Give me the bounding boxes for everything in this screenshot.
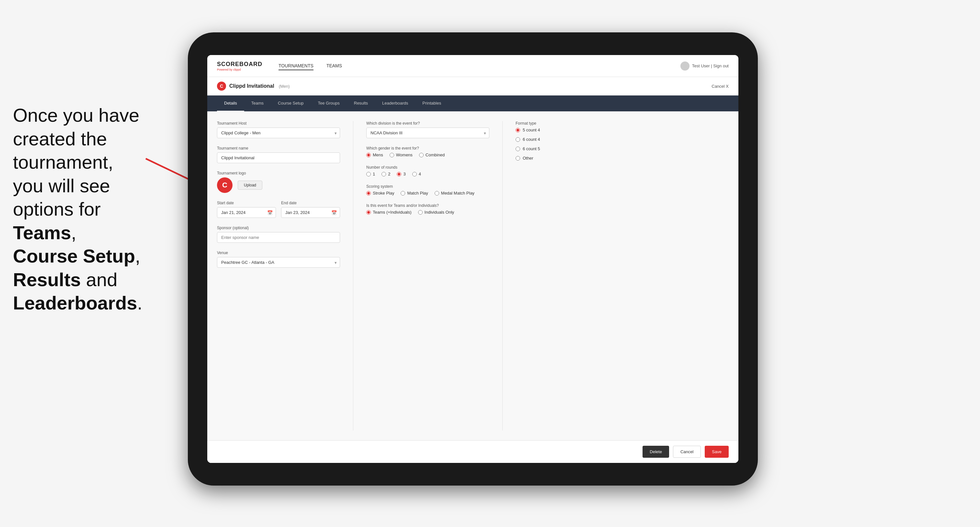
rounds-3-option[interactable]: 3	[397, 171, 406, 176]
upload-button[interactable]: Upload	[238, 181, 262, 190]
gender-womens-radio[interactable]	[390, 153, 394, 157]
individuals-only-radio[interactable]	[418, 210, 423, 214]
scoring-medal-option[interactable]: Medal Match Play	[434, 190, 474, 195]
main-content: Tournament Host Clippd College - Men Tou…	[207, 111, 738, 440]
gender-mens-radio[interactable]	[366, 153, 371, 157]
col-divider-1	[353, 121, 353, 430]
start-date-calendar-icon[interactable]: 📅	[267, 210, 273, 215]
format-label: Format type	[515, 121, 613, 125]
scoring-match-radio[interactable]	[401, 191, 405, 195]
venue-select[interactable]: Peachtree GC - Atlanta - GA	[217, 257, 340, 268]
tournament-name-input[interactable]	[217, 152, 340, 163]
sponsor-input[interactable]	[217, 232, 340, 243]
logo-text: SCOREBOARD	[217, 61, 262, 68]
gender-label: Which gender is the event for?	[366, 146, 489, 151]
format-6count4-option[interactable]: 6 count 4	[515, 137, 613, 142]
gender-combined-option[interactable]: Combined	[419, 152, 445, 157]
scoring-stroke-label: Stroke Play	[373, 190, 394, 195]
division-label: Which division is the event for?	[366, 121, 489, 125]
scoring-stroke-radio[interactable]	[366, 191, 371, 195]
logo-area: SCOREBOARD Powered by clippd	[217, 61, 262, 71]
nav-right: Test User | Sign out	[681, 62, 729, 71]
nav-link-teams[interactable]: TEAMS	[326, 62, 342, 70]
tab-tee-groups[interactable]: Tee Groups	[311, 95, 347, 111]
nav-link-tournaments[interactable]: TOURNAMENTS	[278, 62, 313, 70]
save-button[interactable]: Save	[705, 446, 729, 458]
gender-mens-option[interactable]: Mens	[366, 152, 383, 157]
format-other-radio[interactable]	[515, 156, 520, 160]
format-6count4-radio[interactable]	[515, 137, 520, 142]
gender-combined-label: Combined	[426, 152, 445, 157]
tab-leaderboards[interactable]: Leaderboards	[375, 95, 415, 111]
teams-plus-radio[interactable]	[366, 210, 371, 214]
scoring-group: Scoring system Stroke Play Match Play	[366, 184, 489, 195]
teams-plus-label: Teams (+Individuals)	[373, 210, 412, 214]
rounds-2-label: 2	[388, 171, 390, 176]
tournament-logo-label: Tournament logo	[217, 171, 340, 175]
tab-course-setup[interactable]: Course Setup	[271, 95, 311, 111]
tab-details[interactable]: Details	[217, 95, 244, 111]
tournament-host-select[interactable]: Clippd College - Men	[217, 127, 340, 138]
tournament-title-row: C Clippd Invitational (Men)	[217, 82, 290, 90]
cancel-x-button[interactable]: Cancel X	[711, 84, 729, 89]
format-6count5-radio[interactable]	[515, 147, 520, 151]
rounds-4-radio[interactable]	[412, 172, 417, 176]
gender-radio-group: Mens Womens Combined	[366, 152, 489, 157]
sponsor-label: Sponsor (optional)	[217, 225, 340, 230]
format-group: Format type 5 count 4 6 count 4 6 cou	[515, 121, 613, 160]
annotation-line1: Once you havecreated thetournament,you w…	[13, 105, 139, 219]
gender-womens-option[interactable]: Womens	[390, 152, 413, 157]
tournament-host-select-wrapper: Clippd College - Men	[217, 127, 340, 138]
rounds-2-radio[interactable]	[382, 172, 386, 176]
individuals-only-option[interactable]: Individuals Only	[418, 210, 454, 214]
rounds-1-option[interactable]: 1	[366, 171, 375, 176]
end-date-calendar-icon[interactable]: 📅	[331, 210, 337, 215]
logo-icon: C	[217, 178, 232, 193]
individuals-only-label: Individuals Only	[425, 210, 454, 214]
format-5count4-option[interactable]: 5 count 4	[515, 127, 613, 132]
tab-printables[interactable]: Printables	[415, 95, 448, 111]
annotation-comma1: ,	[71, 222, 76, 243]
gender-combined-radio[interactable]	[419, 153, 423, 157]
teams-plus-individuals-option[interactable]: Teams (+Individuals)	[366, 210, 412, 214]
logo-upload-row: C Upload	[217, 178, 340, 193]
sponsor-group: Sponsor (optional)	[217, 225, 340, 243]
rounds-2-option[interactable]: 2	[382, 171, 390, 176]
format-other-option[interactable]: Other	[515, 156, 613, 160]
tab-teams[interactable]: Teams	[244, 95, 271, 111]
scoring-stroke-option[interactable]: Stroke Play	[366, 190, 394, 195]
format-6count5-label: 6 count 5	[523, 146, 540, 151]
division-group: Which division is the event for? NCAA Di…	[366, 121, 489, 138]
format-5count4-radio[interactable]	[515, 128, 520, 132]
tournament-name: Clippd Invitational	[229, 83, 274, 89]
tournament-icon: C	[217, 82, 226, 90]
tournament-name-label: Tournament name	[217, 146, 340, 151]
cancel-button[interactable]: Cancel	[673, 446, 701, 458]
tablet-screen: SCOREBOARD Powered by clippd TOURNAMENTS…	[207, 55, 738, 463]
user-signout-text[interactable]: Test User | Sign out	[692, 63, 729, 68]
date-row: Start date 📅 End date 📅	[217, 201, 340, 218]
venue-select-wrapper: Peachtree GC - Atlanta - GA	[217, 257, 340, 268]
dates-group: Start date 📅 End date 📅	[217, 201, 340, 218]
annotation-and: and	[81, 269, 118, 290]
tab-results[interactable]: Results	[347, 95, 375, 111]
scoring-radio-group: Stroke Play Match Play Medal Match Play	[366, 190, 489, 195]
scoring-medal-radio[interactable]	[434, 191, 439, 195]
delete-button[interactable]: Delete	[643, 446, 669, 458]
scoring-match-option[interactable]: Match Play	[401, 190, 428, 195]
rounds-3-radio[interactable]	[397, 172, 401, 176]
gender-mens-label: Mens	[373, 152, 383, 157]
rounds-4-option[interactable]: 4	[412, 171, 421, 176]
teams-label: Is this event for Teams and/or Individua…	[366, 203, 489, 208]
annotation-bold1: Teams	[13, 222, 71, 243]
end-date-wrapper: 📅	[281, 207, 340, 218]
format-6count5-option[interactable]: 6 count 5	[515, 146, 613, 151]
end-date-label: End date	[281, 201, 340, 205]
rounds-1-radio[interactable]	[366, 172, 371, 176]
division-select[interactable]: NCAA Division III	[366, 127, 489, 138]
annotation-period: .	[137, 292, 143, 313]
rounds-3-label: 3	[403, 171, 406, 176]
rounds-group: Number of rounds 1 2 3	[366, 165, 489, 176]
middle-column: Which division is the event for? NCAA Di…	[366, 121, 489, 430]
tournament-header: C Clippd Invitational (Men) Cancel X	[207, 77, 738, 95]
